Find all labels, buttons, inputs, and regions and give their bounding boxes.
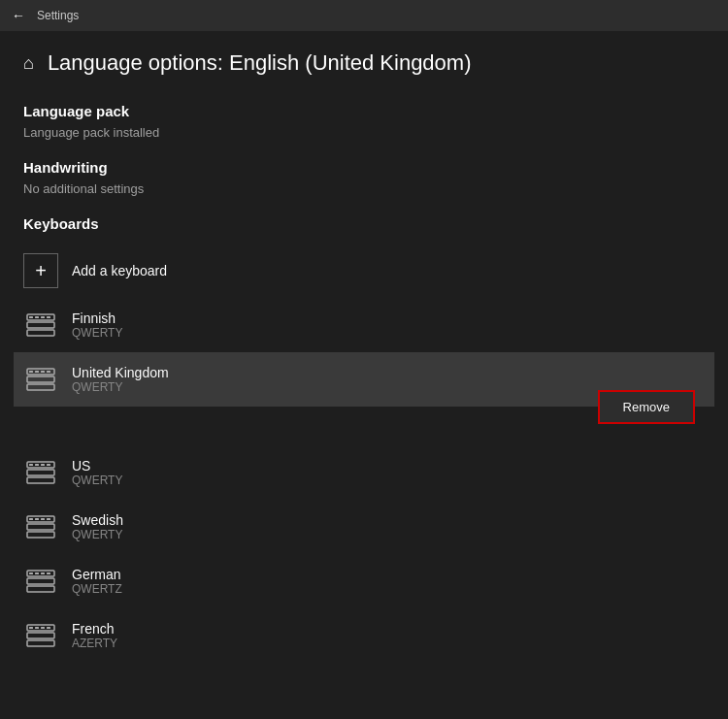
keyboard-icon-swedish: [23, 509, 58, 544]
keyboard-info-us: US QWERTY: [72, 458, 122, 487]
svg-rect-29: [27, 578, 54, 584]
keyboard-info-french: French AZERTY: [72, 621, 117, 650]
keyboard-item-finnish[interactable]: Finnish QWERTY: [23, 298, 705, 352]
add-keyboard-icon: +: [23, 253, 58, 288]
keyboard-info-swedish: Swedish QWERTY: [72, 512, 123, 541]
svg-rect-31: [29, 572, 33, 574]
title-bar-label: Settings: [37, 9, 79, 22]
svg-rect-27: [47, 518, 50, 520]
svg-rect-8: [27, 376, 54, 382]
page-header: ⌂ Language options: English (United King…: [23, 50, 705, 76]
keyboard-type-finnish: QWERTY: [72, 326, 122, 340]
keyboard-name-uk: United Kingdom: [72, 365, 169, 380]
language-pack-status: Language pack installed: [23, 125, 705, 140]
keyboard-icon-finnish: [23, 308, 58, 343]
svg-rect-11: [35, 371, 39, 373]
svg-rect-10: [29, 371, 33, 373]
content-area: ⌂ Language options: English (United King…: [0, 31, 728, 682]
svg-rect-5: [41, 316, 45, 318]
svg-rect-12: [41, 371, 45, 373]
svg-rect-41: [47, 627, 50, 629]
remove-button[interactable]: Remove: [598, 390, 695, 424]
home-icon: ⌂: [23, 53, 34, 74]
keyboard-icon-french: [23, 618, 58, 653]
svg-rect-16: [27, 477, 54, 483]
keyboard-name-french: French: [72, 621, 117, 637]
page-title: Language options: English (United Kingdo…: [48, 50, 472, 76]
svg-rect-18: [35, 464, 39, 466]
svg-rect-2: [27, 330, 54, 336]
keyboard-info-finnish: Finnish QWERTY: [72, 310, 122, 340]
keyboard-info-uk: United Kingdom QWERTY: [72, 365, 169, 394]
svg-rect-33: [41, 572, 45, 574]
keyboard-name-swedish: Swedish: [72, 512, 123, 528]
language-pack-section: Language pack Language pack installed: [23, 103, 705, 140]
svg-rect-4: [35, 316, 39, 318]
keyboards-section: Keyboards + Add a keyboard: [23, 215, 705, 663]
svg-rect-6: [47, 316, 50, 318]
svg-rect-3: [29, 316, 33, 318]
add-keyboard-label: Add a keyboard: [72, 263, 167, 278]
keyboard-item-swedish[interactable]: Swedish QWERTY: [23, 500, 705, 554]
svg-rect-32: [35, 572, 39, 574]
selected-keyboard-wrapper: United Kingdom QWERTY Remove: [23, 352, 705, 407]
svg-rect-15: [27, 470, 54, 475]
svg-rect-40: [41, 627, 45, 629]
keyboard-info-german: German QWERTZ: [72, 567, 122, 596]
svg-rect-1: [27, 322, 54, 328]
svg-rect-20: [47, 464, 50, 466]
svg-rect-24: [29, 518, 33, 520]
keyboard-type-french: AZERTY: [72, 637, 117, 650]
svg-rect-37: [27, 640, 54, 646]
svg-rect-26: [41, 518, 45, 520]
svg-rect-13: [47, 371, 50, 373]
keyboard-type-swedish: QWERTY: [72, 528, 123, 541]
svg-rect-34: [47, 572, 50, 574]
keyboard-item-us[interactable]: US QWERTY: [23, 445, 705, 500]
keyboard-name-german: German: [72, 567, 122, 582]
language-pack-section-title: Language pack: [23, 103, 705, 119]
handwriting-section: Handwriting No additional settings: [23, 159, 705, 196]
keyboard-type-us: QWERTY: [72, 474, 122, 487]
keyboard-item-french[interactable]: French AZERTY: [23, 608, 705, 663]
svg-rect-19: [41, 464, 45, 466]
svg-rect-9: [27, 384, 54, 390]
svg-rect-38: [29, 627, 33, 629]
keyboard-item-german[interactable]: German QWERTZ: [23, 554, 705, 608]
keyboard-type-german: QWERTZ: [72, 582, 122, 596]
keyboard-name-finnish: Finnish: [72, 310, 122, 326]
svg-rect-36: [27, 633, 54, 638]
svg-rect-39: [35, 627, 39, 629]
svg-rect-22: [27, 524, 54, 530]
svg-rect-25: [35, 518, 39, 520]
keyboard-icon-german: [23, 564, 58, 599]
keyboard-icon-uk: [23, 362, 58, 397]
svg-rect-23: [27, 532, 54, 538]
keyboard-type-uk: QWERTY: [72, 380, 169, 394]
remove-button-container: Remove: [598, 390, 695, 424]
handwriting-section-title: Handwriting: [23, 159, 705, 176]
add-keyboard-row[interactable]: + Add a keyboard: [23, 244, 705, 298]
svg-rect-30: [27, 586, 54, 592]
keyboard-name-us: US: [72, 458, 122, 474]
svg-rect-17: [29, 464, 33, 466]
keyboard-icon-us: [23, 455, 58, 490]
back-button[interactable]: ←: [12, 8, 25, 23]
title-bar: ← Settings: [0, 0, 728, 31]
handwriting-status: No additional settings: [23, 181, 705, 196]
keyboards-section-title: Keyboards: [23, 215, 705, 232]
